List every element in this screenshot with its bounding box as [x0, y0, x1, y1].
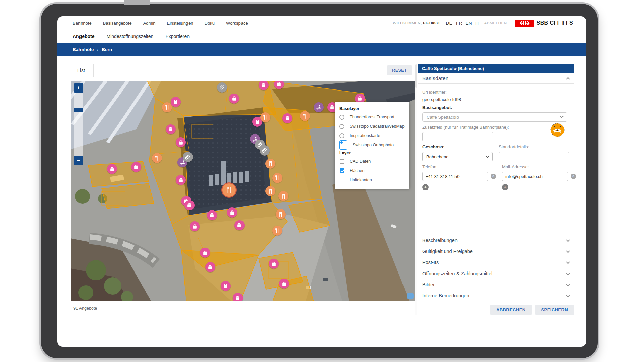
map-marker-shop[interactable] — [176, 175, 186, 185]
map-marker-shop[interactable] — [200, 248, 210, 258]
caffe-spettacolo-logo — [550, 123, 565, 137]
layer-option-flaechen[interactable]: Flächen — [339, 166, 405, 175]
radio-icon[interactable] — [339, 133, 344, 138]
map-marker-food[interactable] — [152, 153, 162, 163]
map-canvas[interactable]: + − Baselayer Thunderforest Transport Sw… — [71, 81, 415, 301]
map-marker-shop[interactable] — [107, 164, 117, 174]
nav-einstellungen[interactable]: Einstellungen — [167, 21, 193, 26]
map-marker-clip[interactable] — [183, 152, 193, 162]
map-marker-shop[interactable] — [221, 281, 231, 291]
nav-admin[interactable]: Admin — [143, 21, 156, 26]
map-marker-shop[interactable] — [234, 220, 245, 230]
zusatzfeld-input[interactable] — [422, 132, 493, 141]
map-marker-shop[interactable] — [131, 162, 141, 172]
map-marker-clip[interactable] — [217, 82, 227, 93]
telefon-label: Telefon: — [422, 164, 496, 169]
zoom-out-button[interactable]: − — [74, 156, 83, 165]
standortdetails-input[interactable] — [499, 152, 569, 161]
map-marker-blue[interactable] — [407, 293, 414, 299]
accordion-bilder[interactable]: Bilder — [418, 279, 574, 290]
list-tab[interactable]: List — [71, 64, 94, 77]
map-marker-shop[interactable] — [227, 207, 237, 218]
map-marker-food[interactable] — [260, 112, 270, 122]
layer-option-cad-daten[interactable]: CAD Daten — [339, 157, 405, 166]
map-marker-food[interactable] — [300, 111, 310, 121]
map-marker-shop[interactable] — [176, 137, 186, 147]
nav-doku[interactable]: Doku — [205, 21, 215, 26]
map-marker-shop[interactable] — [166, 124, 176, 134]
map-marker-shop[interactable] — [205, 262, 215, 272]
map-marker-food[interactable] — [272, 226, 282, 236]
save-button[interactable]: SPEICHERN — [535, 305, 574, 315]
map-marker-shop[interactable] — [233, 293, 243, 301]
add-mail-button[interactable]: + — [502, 184, 508, 190]
telefon-input[interactable] — [422, 172, 488, 181]
baselayer-option-inspirationskarte[interactable]: Inspirationskarte — [339, 131, 405, 140]
reset-button[interactable]: RESET — [387, 65, 412, 75]
basisdaten-section-header[interactable]: Basisdaten — [418, 73, 574, 84]
lang-fr[interactable]: FR — [456, 21, 462, 26]
checkbox-icon[interactable] — [340, 159, 344, 164]
nav-workspace[interactable]: Workspace — [226, 21, 248, 26]
clear-mail-icon[interactable]: × — [571, 174, 576, 179]
map-marker-shop[interactable] — [274, 81, 284, 89]
map-marker-food[interactable] — [222, 183, 236, 197]
zoom-slider-handle[interactable] — [74, 108, 83, 112]
map-marker-shop[interactable] — [171, 97, 181, 107]
tab-exportieren[interactable]: Exportieren — [165, 34, 190, 39]
accordion-gueltigkeit-und-freigabe[interactable]: Gültigkeit und Freigabe — [418, 246, 574, 257]
map-marker-food[interactable] — [265, 186, 275, 196]
breadcrumb-bern[interactable]: Bern — [102, 47, 112, 52]
chevron-down-icon — [486, 155, 489, 158]
accordion-oeffnungszeiten-zahlungsmittel[interactable]: Öffnungszeiten & Zahlungsmittel — [418, 268, 574, 279]
checkbox-checked-icon[interactable] — [340, 168, 344, 173]
map-marker-food[interactable] — [276, 209, 286, 219]
accordion-interne-bemerkungen[interactable]: Interne Bemerkungen — [418, 290, 574, 301]
scrollbar-thumb[interactable] — [415, 64, 417, 88]
layer-option-haltekanten[interactable]: Haltekanten — [339, 175, 405, 185]
map-marker-food[interactable] — [265, 159, 275, 169]
map-marker-service[interactable] — [314, 102, 324, 112]
cancel-button[interactable]: ABBRECHEN — [490, 305, 532, 315]
radio-icon[interactable] — [339, 124, 344, 129]
accordion-post-its[interactable]: Post-Its — [418, 257, 574, 268]
map-marker-shop[interactable] — [259, 81, 269, 90]
nav-bahnhoefe[interactable]: Bahnhöfe — [73, 21, 92, 26]
lang-de[interactable]: DE — [446, 21, 452, 26]
map-marker-shop[interactable] — [229, 94, 239, 104]
baselayer-option-cadastral[interactable]: Swisstopo CadastralWebMap — [339, 122, 405, 131]
zoom-in-button[interactable]: + — [74, 83, 83, 93]
accordion-beschreibungen[interactable]: Beschreibungen — [418, 235, 574, 246]
add-telefon-button[interactable]: + — [422, 184, 429, 190]
radio-icon[interactable] — [339, 115, 344, 120]
map-marker-shop[interactable] — [184, 200, 195, 210]
lang-it[interactable]: IT — [475, 21, 480, 26]
map-marker-food[interactable] — [162, 102, 172, 112]
baselayer-option-orthophoto[interactable]: Swisstopo Orthophoto — [339, 140, 405, 150]
baselayer-title: Baselayer — [339, 106, 405, 111]
geschoss-select[interactable]: Bahnebene — [422, 152, 493, 161]
map-marker-food[interactable] — [272, 173, 282, 183]
mail-input[interactable] — [502, 172, 568, 181]
chevron-down-icon — [566, 249, 570, 253]
baselayer-option-thunderforest[interactable]: Thunderforest Transport — [339, 112, 405, 122]
chevron-down-icon — [566, 282, 570, 286]
panel-scrollbar[interactable] — [415, 64, 417, 315]
map-marker-shop[interactable] — [207, 210, 217, 220]
tab-mindestoeffnungszeiten[interactable]: Mindestöffnungszeiten — [107, 34, 154, 39]
tab-angebote[interactable]: Angebote — [73, 34, 95, 39]
radio-selected-icon[interactable] — [339, 140, 347, 150]
basisangebot-dropdown[interactable]: Caffè Spettacolo — [422, 112, 567, 122]
map-marker-food[interactable] — [278, 191, 288, 201]
checkbox-icon[interactable] — [340, 178, 344, 182]
breadcrumb-bahnhoefe[interactable]: Bahnhöfe — [73, 47, 94, 52]
lang-en[interactable]: EN — [466, 21, 472, 26]
nav-basisangebote[interactable]: Basisangebote — [103, 21, 132, 26]
map-marker-shop[interactable] — [269, 259, 279, 269]
map-marker-shop[interactable] — [190, 221, 200, 231]
map-marker-clip[interactable] — [260, 145, 270, 156]
map-marker-shop[interactable] — [279, 279, 289, 289]
clear-telefon-icon[interactable]: × — [491, 174, 496, 179]
map-marker-shop[interactable] — [282, 113, 292, 123]
logout-link[interactable]: ABMELDEN — [484, 21, 507, 25]
